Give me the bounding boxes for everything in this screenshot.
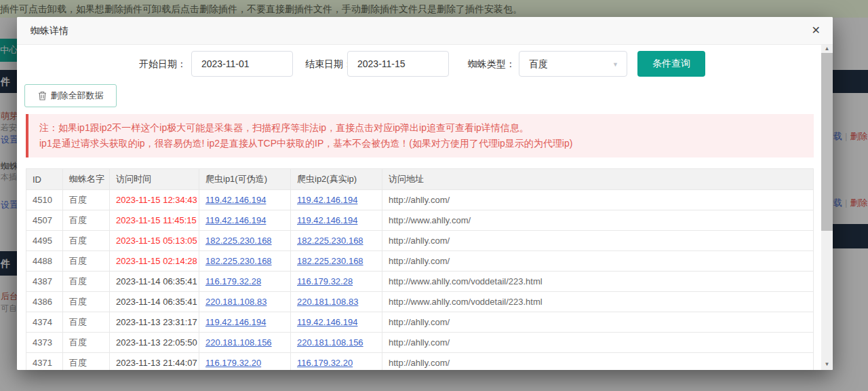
cell-visit-time: 2023-11-15 02:14:28 xyxy=(110,251,199,272)
cell-ip1-link[interactable]: 119.42.146.194 xyxy=(205,317,266,327)
cell-ip1-link[interactable]: 119.42.146.194 xyxy=(205,195,266,205)
end-date-input[interactable] xyxy=(347,51,449,77)
cell-visit-url: http://ahlly.com/ xyxy=(382,353,814,371)
cell-ip1-link[interactable]: 220.181.108.156 xyxy=(205,337,272,348)
cell-visit-url: http://ahlly.com/ xyxy=(382,231,814,251)
cell-ip1: 182.225.230.168 xyxy=(199,231,291,251)
cell-id: 4488 xyxy=(26,251,63,272)
cell-ip2-link[interactable]: 119.42.146.194 xyxy=(297,215,357,225)
modal-header: 蜘蛛详情 ✕ xyxy=(17,17,833,45)
cell-id: 4371 xyxy=(26,353,63,371)
cell-ip2: 182.225.230.168 xyxy=(291,231,382,251)
cell-visit-time: 2023-11-13 23:31:17 xyxy=(110,312,199,333)
table-row: 4495百度2023-11-15 05:13:05182.225.230.168… xyxy=(26,231,814,251)
table-body: 4510百度2023-11-15 12:34:43119.42.146.1941… xyxy=(26,190,814,371)
cell-ip1: 119.42.146.194 xyxy=(199,210,291,231)
scrollbar-thumb[interactable] xyxy=(821,53,833,231)
cell-visit-url: http://ahlly.com/ xyxy=(382,251,814,272)
cell-id: 4373 xyxy=(26,333,63,353)
cell-ip2-link[interactable]: 116.179.32.28 xyxy=(297,276,353,286)
cell-ip2-link[interactable]: 220.181.108.83 xyxy=(297,297,358,307)
cell-ip1: 116.179.32.20 xyxy=(199,353,291,371)
table-header-row: ID蜘蛛名字访问时间爬虫ip1(可伪造)爬虫ip2(真实ip)访问地址 xyxy=(26,169,814,190)
cell-ip2-link[interactable]: 182.225.230.168 xyxy=(297,256,363,266)
cell-visit-url: http://ahlly.com/ xyxy=(382,190,814,210)
cell-spider-name: 百度 xyxy=(63,190,110,210)
cell-visit-time: 2023-11-13 21:44:07 xyxy=(110,353,199,371)
start-date-input[interactable] xyxy=(191,51,293,77)
cell-ip1-link[interactable]: 182.225.230.168 xyxy=(205,256,272,266)
cell-visit-url: http://ahlly.com/ xyxy=(382,333,814,353)
table-row: 4510百度2023-11-15 12:34:43119.42.146.1941… xyxy=(26,190,814,210)
delete-all-label: 删除全部数据 xyxy=(51,90,104,102)
cell-spider-name: 百度 xyxy=(63,231,110,251)
cell-spider-name: 百度 xyxy=(63,353,110,371)
column-header: 蜘蛛名字 xyxy=(63,169,110,190)
query-button[interactable]: 条件查询 xyxy=(637,51,705,77)
column-header: 爬虫ip2(真实ip) xyxy=(291,169,382,190)
cell-ip1-link[interactable]: 116.179.32.20 xyxy=(205,358,261,368)
column-header: 访问地址 xyxy=(382,169,814,190)
cell-spider-name: 百度 xyxy=(63,292,110,312)
column-header: ID xyxy=(26,169,63,190)
column-header: 爬虫ip1(可伪造) xyxy=(199,169,291,190)
screen: 插件可点击卸载，如果想删除插件可卸载后点击删除插件，不要直接删插件文件，手动删除… xyxy=(0,0,868,391)
cell-visit-url: http://www.ahlly.com/ xyxy=(382,210,814,231)
chevron-down-icon: ▼ xyxy=(612,52,618,77)
cell-visit-url: http://www.ahlly.com/voddetail/223.html xyxy=(382,292,814,312)
cell-ip2: 119.42.146.194 xyxy=(291,312,382,333)
modal-scrollbar[interactable]: ▲ ▼ xyxy=(821,45,833,370)
scroll-up-icon[interactable]: ▲ xyxy=(821,45,833,53)
cell-ip1: 119.42.146.194 xyxy=(199,312,291,333)
trash-icon xyxy=(38,91,47,100)
scroll-down-icon[interactable]: ▼ xyxy=(821,360,833,369)
cell-ip1: 220.181.108.83 xyxy=(199,292,291,312)
cell-ip2-link[interactable]: 220.181.108.156 xyxy=(297,337,363,348)
cell-ip1-link[interactable]: 116.179.32.28 xyxy=(205,276,261,286)
cell-id: 4510 xyxy=(26,190,63,210)
close-icon[interactable]: ✕ xyxy=(812,17,821,44)
cell-visit-time: 2023-11-14 06:35:41 xyxy=(110,272,199,292)
cell-id: 4507 xyxy=(26,210,63,231)
cell-ip1-link[interactable]: 220.181.108.83 xyxy=(205,297,267,307)
cell-id: 4374 xyxy=(26,312,63,333)
cell-visit-time: 2023-11-15 05:13:05 xyxy=(110,231,199,251)
ip-warning-note: 注：如果ip1跟ip2不一样这个ip极大可能是采集器，扫描程序等非法ip，直接点… xyxy=(26,114,814,157)
table-row: 4386百度2023-11-14 06:35:41220.181.108.832… xyxy=(26,292,814,312)
cell-ip2-link[interactable]: 182.225.230.168 xyxy=(297,236,363,246)
cell-ip1: 182.225.230.168 xyxy=(199,251,291,272)
cell-ip2: 220.181.108.83 xyxy=(291,292,382,312)
cell-ip1-link[interactable]: 119.42.146.194 xyxy=(205,215,266,225)
table-row: 4387百度2023-11-14 06:35:41116.179.32.2811… xyxy=(26,272,814,292)
cell-id: 4387 xyxy=(26,272,63,292)
start-date-label: 开始日期： xyxy=(139,51,186,77)
column-header: 访问时间 xyxy=(110,169,199,190)
cell-ip1: 116.179.32.28 xyxy=(199,272,291,292)
modal-title: 蜘蛛详情 xyxy=(31,25,68,36)
cell-spider-name: 百度 xyxy=(63,333,110,353)
cell-ip2-link[interactable]: 116.179.32.20 xyxy=(297,358,353,368)
table-row: 4371百度2023-11-13 21:44:07116.179.32.2011… xyxy=(26,353,814,371)
cell-spider-name: 百度 xyxy=(63,312,110,333)
warning-line-2: ip1是通过请求头获取的ip，很容易伪造! ip2是直接从TCP中获取的IP，基… xyxy=(39,136,814,151)
table-row: 4488百度2023-11-15 02:14:28182.225.230.168… xyxy=(26,251,814,272)
delete-all-button[interactable]: 删除全部数据 xyxy=(24,84,117,107)
cell-spider-name: 百度 xyxy=(63,210,110,231)
cell-spider-name: 百度 xyxy=(63,251,110,272)
table-row: 4374百度2023-11-13 23:31:17119.42.146.1941… xyxy=(26,312,814,333)
spider-type-value: 百度 xyxy=(529,58,548,69)
spider-type-select[interactable]: 百度 ▼ xyxy=(519,51,627,77)
cell-ip1: 119.42.146.194 xyxy=(199,190,291,210)
cell-ip2: 119.42.146.194 xyxy=(291,210,382,231)
table-row: 4507百度2023-11-15 11:45:15119.42.146.1941… xyxy=(26,210,814,231)
spider-type-label: 蜘蛛类型： xyxy=(468,51,515,77)
cell-ip2: 220.181.108.156 xyxy=(291,333,382,353)
cell-ip2: 116.179.32.28 xyxy=(291,272,382,292)
cell-ip2-link[interactable]: 119.42.146.194 xyxy=(297,195,357,205)
cell-ip2-link[interactable]: 119.42.146.194 xyxy=(297,317,357,327)
cell-ip2: 182.225.230.168 xyxy=(291,251,382,272)
end-date-label: 结束日期： xyxy=(305,51,353,77)
table-row: 4373百度2023-11-13 22:05:50220.181.108.156… xyxy=(26,333,814,353)
cell-ip1-link[interactable]: 182.225.230.168 xyxy=(205,236,272,246)
cell-visit-url: http://www.ahlly.com/voddetail/223.html xyxy=(382,272,814,292)
